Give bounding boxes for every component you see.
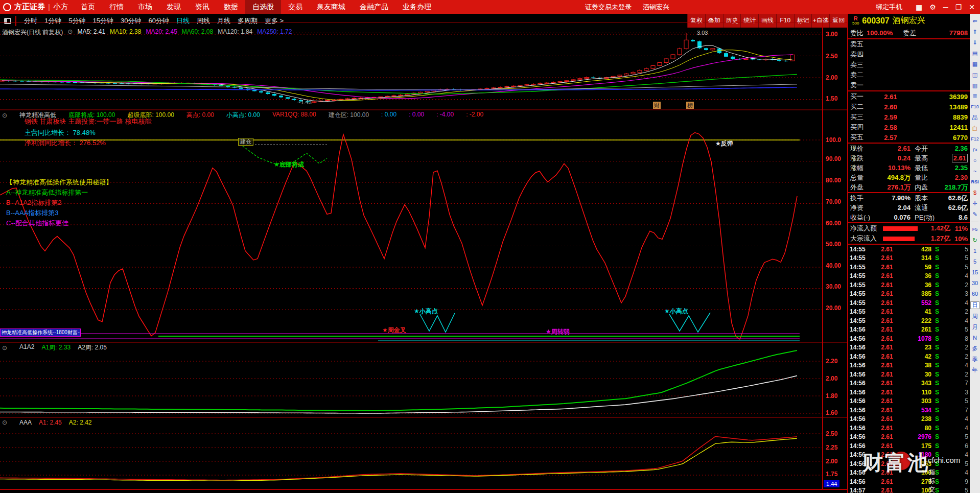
tool-icon-↻[interactable]: ↻ (970, 237, 979, 244)
axis-tick-label: 2.00 (826, 74, 837, 81)
ask-row[interactable]: 卖三 (848, 60, 970, 70)
menu-item-市场[interactable]: 市场 (131, 0, 159, 14)
nav-arrow-icon[interactable]: ⇓ (970, 39, 979, 46)
tool-icon-○[interactable]: ○ (970, 157, 979, 164)
tool-icon-◫[interactable]: ◫ (970, 72, 979, 78)
login-status: 证券交易未登录 (585, 3, 632, 12)
tool-icon-✛[interactable]: ✛ (970, 200, 979, 207)
indicator-value: A1A2 (19, 343, 34, 352)
tool-icon-品[interactable]: 品 (970, 114, 979, 121)
tool-icon-▤[interactable]: ▤ (970, 50, 979, 57)
gear-icon[interactable]: ⚙ (929, 3, 936, 11)
axis-tick-label: 2.50 (826, 53, 837, 60)
tool-icon-F10[interactable]: F10 (970, 104, 979, 110)
week-weak-label: ★周转弱 (546, 327, 570, 336)
bid-row[interactable]: 买一2.6136399 (848, 91, 970, 102)
ask-row[interactable]: 卖五 (848, 39, 970, 50)
menu-item-金融产品[interactable]: 金融产品 (353, 0, 395, 14)
bid-row[interactable]: 买三2.598839 (848, 112, 970, 122)
tool-icon-RSI[interactable]: RSI (970, 179, 979, 185)
axis-tick-label: 2.00 (826, 458, 837, 465)
menu-item-自选股[interactable]: 自选股 (245, 0, 281, 14)
tick-row: 14:562.6130S2 (848, 370, 970, 379)
collapse-icon[interactable]: ⊙ (67, 28, 73, 37)
strip-timeframe-15[interactable]: 15 (970, 269, 979, 276)
panel1-header: ⊙神龙精准高低底部将成: 100.00超级底部: 100.00高点: 0.00小… (2, 111, 483, 120)
bid-row[interactable]: 买五2.576770 (848, 132, 970, 143)
ma-legend-item: MA250: 1.72 (257, 28, 292, 37)
menu-item-发现[interactable]: 发现 (159, 0, 188, 14)
minimize-icon[interactable]: ─ (943, 3, 948, 11)
strip-timeframe-年[interactable]: 年 (970, 367, 979, 373)
rebound-label: ★反弹 (715, 139, 733, 148)
tick-row: 14:562.6142S2 (848, 352, 970, 361)
axis-tick-label: 1.75 (826, 471, 837, 478)
stat-row: 现价2.61今开2.36 (848, 144, 970, 153)
bang-tag[interactable]: 榜 (686, 102, 694, 109)
collapse-icon[interactable]: ⊙ (2, 419, 7, 426)
strip-timeframe-30[interactable]: 30 (970, 280, 979, 287)
menu-item-资讯[interactable]: 资讯 (188, 0, 217, 14)
strip-timeframe-周[interactable]: 周 (970, 313, 979, 320)
tick-list[interactable]: 14:552.61428S514:552.61314S514:552.6159S… (848, 245, 970, 493)
strip-timeframe-N[interactable]: N (970, 335, 979, 341)
menu-item-行情[interactable]: 行情 (102, 0, 131, 14)
strip-timeframe-多[interactable]: 多 (970, 345, 979, 352)
fund-flow-row: 净流入额1.42亿11% (848, 223, 970, 233)
indicator-value: 高点: 0.00 (186, 111, 214, 120)
tool-icon-自[interactable]: 自 (970, 125, 979, 132)
apps-grid-icon[interactable]: ▦ (916, 3, 922, 11)
titlebar-stock-name: 酒钢宏兴 (643, 3, 669, 12)
strip-timeframe-60[interactable]: 60 (970, 291, 979, 297)
last-value-box: 1.44 (824, 480, 839, 487)
menu-item-数据[interactable]: 数据 (217, 0, 245, 14)
ask-row[interactable]: 卖四 (848, 50, 970, 60)
restore-icon[interactable]: ❐ (955, 3, 962, 11)
nav-arrow-icon[interactable]: ⇐ (970, 18, 979, 25)
chart-canvas[interactable] (0, 14, 847, 493)
tool-icon-≣[interactable]: ≣ (970, 93, 979, 100)
collapse-icon[interactable]: ⊙ (2, 112, 7, 119)
axis-tick-label: 100.0 (826, 136, 841, 144)
tool-icon-F12[interactable]: F12 (970, 136, 979, 143)
legend-title: 酒钢宏兴(日线 前复权) (2, 28, 63, 37)
menu-item-首页[interactable]: 首页 (74, 0, 102, 14)
tool-icon-F5[interactable]: F5 (970, 226, 979, 233)
axis-tick-label: 1.80 (826, 392, 837, 400)
cai-tag[interactable]: 财 (653, 102, 661, 109)
collapse-icon[interactable]: ⊙ (2, 344, 7, 351)
menu-item-泉友商城[interactable]: 泉友商城 (310, 0, 353, 14)
tool-icon-~[interactable]: ~ (970, 168, 979, 175)
tool-icon-✎[interactable]: ✎ (970, 211, 979, 218)
tip-line: B--AAA指标排第3 (6, 208, 112, 218)
axis-tick-label: 3.00 (826, 31, 837, 38)
bid-row[interactable]: 买二2.6013489 (848, 102, 970, 112)
bind-phone-link[interactable]: 绑定手机 (876, 3, 902, 12)
ask-row[interactable]: 卖一 (848, 80, 970, 90)
close-icon[interactable]: ✕ (969, 3, 975, 11)
axis-tick-label: 2.00 (826, 375, 837, 382)
menu-item-交易[interactable]: 交易 (281, 0, 310, 14)
fund-flow-bar (883, 237, 915, 241)
strip-timeframe-5[interactable]: 5 (970, 259, 979, 265)
menu-item-业务办理[interactable]: 业务办理 (395, 0, 438, 14)
tool-icon-▥[interactable]: ▥ (970, 82, 979, 89)
tool-icon-ƒx[interactable]: ƒx (970, 147, 979, 153)
tick-row: 14:552.6159S5 (848, 263, 970, 272)
tick-row: 14:562.6180S4 (848, 424, 970, 433)
indicator-value: 底部将成: 100.00 (68, 111, 115, 120)
ask-row[interactable]: 卖二 (848, 70, 970, 80)
stock-info-line: 主营同比增长： 78.48% (25, 128, 96, 137)
strip-timeframe-月[interactable]: 月 (970, 324, 979, 331)
strip-timeframe-季[interactable]: 季 (970, 356, 979, 363)
fund-flow-row: 大宗流入1.27亿10% (848, 233, 970, 244)
strip-timeframe-1[interactable]: 1 (970, 248, 979, 254)
tip-line: C--配合其他指标更佳 (6, 218, 112, 228)
system-ad-banner[interactable]: 神龙精准高低操作系统--1800财富--- (0, 328, 81, 337)
fund-flow-bar (883, 226, 918, 231)
tool-icon-$[interactable]: $ (970, 190, 979, 196)
strip-timeframe-日[interactable]: 日 (970, 301, 979, 309)
bid-row[interactable]: 买四2.5812411 (848, 122, 970, 132)
nav-arrow-icon[interactable]: ⇑ (970, 29, 979, 35)
tool-icon-▦[interactable]: ▦ (970, 61, 979, 67)
